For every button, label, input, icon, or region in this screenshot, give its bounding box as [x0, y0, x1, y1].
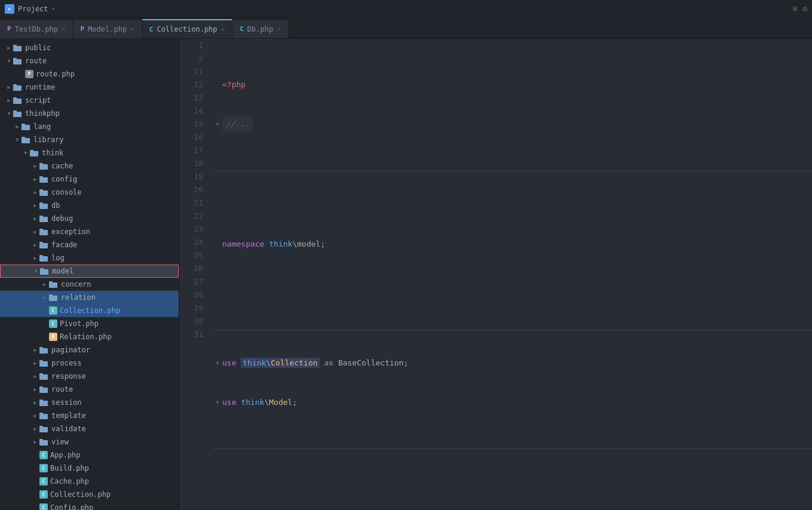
tab-testdb[interactable]: P TestDb.php ✕ — [0, 19, 73, 38]
arrow-icon-relation: ▶ — [41, 293, 49, 302]
tree-item-debug[interactable]: ▶ debug — [0, 212, 179, 225]
ln-22: 22 — [184, 210, 203, 223]
tab-close-db[interactable]: ✕ — [277, 25, 281, 33]
tab-close-collection[interactable]: ✕ — [221, 26, 225, 33]
tree-item-app-php[interactable]: C App.php — [0, 448, 179, 462]
tree-item-relation-php[interactable]: R Relation.php — [0, 330, 179, 343]
tab-db[interactable]: C Db.php ✕ — [232, 19, 289, 38]
folder-icon-template — [39, 412, 49, 419]
tree-item-session[interactable]: ▶ session — [0, 396, 179, 409]
tree-item-think[interactable]: ▼ think — [0, 146, 179, 159]
tree-item-cache-php[interactable]: C Cache.php — [0, 475, 179, 488]
tree-label-think: think — [42, 149, 63, 157]
tree-item-process[interactable]: ▶ process — [0, 357, 179, 370]
tree-item-config-php[interactable]: C Config.php — [0, 501, 179, 510]
spacer-pivot — [41, 319, 49, 328]
tree-label-debug: debug — [51, 214, 73, 223]
ln-14: 14 — [184, 105, 203, 118]
dropdown-arrow-icon[interactable]: ▾ — [52, 5, 56, 12]
tree-item-pivot-php[interactable]: C Pivot.php — [0, 317, 179, 330]
tree-item-library[interactable]: ▼ library — [0, 133, 179, 146]
file-icon-route-php: P — [25, 70, 33, 78]
ln-13: 13 — [184, 91, 203, 105]
tree-item-lang[interactable]: ▶ lang — [0, 120, 179, 133]
tree-item-route[interactable]: ▼ route — [0, 54, 179, 67]
tree-item-facade[interactable]: ▶ facade — [0, 238, 179, 251]
arrow-icon-library: ▼ — [13, 136, 22, 144]
svg-rect-27 — [39, 229, 43, 231]
svg-rect-44 — [39, 388, 48, 393]
tree-label-cache-php: Cache.php — [50, 477, 89, 486]
code-editor[interactable]: 1 2 11 12 13 14 15 16 17 18 19 20 21 22 … — [179, 39, 812, 510]
svg-rect-45 — [39, 386, 43, 388]
tree-item-collection-php[interactable]: C Collection.php — [0, 304, 179, 317]
tree-label-paginator: paginator — [51, 346, 90, 354]
tree-item-validate[interactable]: ▶ validate — [0, 422, 179, 435]
tab-model[interactable]: P Model.php ✕ — [73, 19, 142, 38]
tree-item-cache[interactable]: ▶ cache — [0, 159, 179, 173]
arrow-icon-think: ▼ — [22, 149, 30, 157]
ln-24: 24 — [184, 236, 203, 249]
file-tree[interactable]: ▶ public ▼ route P route.php ▶ runt — [0, 39, 179, 510]
tree-item-config[interactable]: ▶ config — [0, 173, 179, 186]
tree-item-route-php[interactable]: P route.php — [0, 67, 179, 81]
svg-rect-37 — [49, 294, 53, 296]
arrow-icon-debug: ▶ — [31, 214, 39, 223]
tree-item-runtime[interactable]: ▶ runtime — [0, 81, 179, 94]
tree-item-log[interactable]: ▶ log — [0, 251, 179, 265]
ln-26: 26 — [184, 262, 203, 275]
svg-rect-6 — [13, 99, 22, 104]
svg-rect-25 — [39, 216, 43, 217]
ln-11: 11 — [184, 65, 203, 78]
tree-item-console[interactable]: ▶ console — [0, 186, 179, 199]
tree-item-script[interactable]: ▶ script — [0, 94, 179, 107]
tree-item-build-php[interactable]: C Build.php — [0, 462, 179, 475]
ln-25: 25 — [184, 249, 203, 262]
tree-item-relation[interactable]: ▶ relation — [0, 291, 179, 304]
tree-item-db-folder[interactable]: ▶ db — [0, 199, 179, 212]
svg-rect-38 — [39, 348, 48, 354]
folder-icon-lang — [22, 123, 31, 130]
settings-icon[interactable]: ⚙ — [802, 4, 807, 13]
folder-icon-public — [13, 44, 23, 51]
code-lines: <?php ▼ //... namespace think\model; — [208, 39, 812, 510]
spacer-build — [31, 464, 39, 472]
tab-collection[interactable]: C Collection.php ✕ — [142, 19, 232, 38]
tree-item-template[interactable]: ▶ template — [0, 409, 179, 422]
svg-rect-4 — [13, 85, 22, 91]
ln-15: 15 — [184, 118, 203, 131]
tree-item-paginator[interactable]: ▶ paginator — [0, 343, 179, 357]
folder-icon-db — [39, 202, 49, 209]
tabs-bar: P TestDb.php ✕ P Model.php ✕ C Collectio… — [0, 18, 812, 39]
tree-item-view[interactable]: ▶ view — [0, 435, 179, 448]
tree-item-thinkphp[interactable]: ▼ thinkphp — [0, 107, 179, 120]
tree-item-model[interactable]: ▼ model — [0, 265, 179, 278]
fold-14[interactable]: ▼ — [213, 357, 222, 370]
tab-icon-collection: C — [149, 26, 154, 33]
tree-item-collection-php2[interactable]: C Collection.php — [0, 488, 179, 501]
tree-item-exception[interactable]: ▶ exception — [0, 225, 179, 238]
arrow-icon-view: ▶ — [31, 438, 39, 446]
spacer-route-php — [17, 70, 25, 78]
tree-item-concern[interactable]: ▶ concern — [0, 278, 179, 291]
tree-label-model: model — [52, 267, 73, 275]
svg-rect-32 — [40, 269, 48, 275]
folder-icon-cache — [39, 162, 49, 170]
code-line-15: ▼ use think\Model; — [213, 396, 812, 409]
tab-close-testdb[interactable]: ✕ — [62, 25, 66, 33]
layout-icon[interactable]: ⊞ — [793, 4, 798, 13]
tab-close-model[interactable]: ✕ — [130, 25, 134, 33]
tree-item-public[interactable]: ▶ public — [0, 41, 179, 54]
fold-11 — [213, 198, 222, 211]
svg-rect-39 — [39, 347, 43, 349]
folder-icon-script — [13, 97, 23, 104]
fold-2[interactable]: ▼ — [213, 118, 222, 131]
svg-rect-26 — [39, 230, 48, 235]
tree-item-route2[interactable]: ▶ route — [0, 383, 179, 396]
tree-item-response[interactable]: ▶ response — [0, 370, 179, 383]
fold-15[interactable]: ▼ — [213, 396, 222, 409]
folder-icon-route — [13, 57, 23, 64]
arrow-icon-lang: ▶ — [13, 122, 22, 131]
tree-label-validate: validate — [51, 425, 86, 433]
folder-icon-facade — [39, 241, 49, 248]
